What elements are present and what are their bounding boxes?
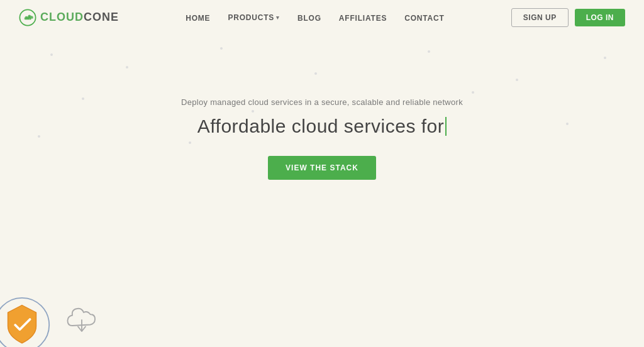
nav-link-affiliates[interactable]: AFFILIATES [339, 14, 387, 23]
hero-title: Affordable cloud services for [197, 116, 447, 137]
nav-link-products[interactable]: PRODUCTS ▾ [228, 13, 280, 22]
logo-icon [19, 9, 36, 26]
nav-item-home[interactable]: HOME [186, 12, 210, 23]
signup-button[interactable]: SIGN UP [511, 8, 569, 27]
logo-text: CLOUDCONE [40, 11, 119, 24]
nav-link-blog[interactable]: BLOG [297, 14, 321, 23]
navbar: CLOUDCONE HOME PRODUCTS ▾ BLOG AFFILIATE… [0, 0, 644, 35]
cloud-download-icon [63, 303, 101, 341]
text-cursor [445, 117, 447, 136]
logo[interactable]: CLOUDCONE [19, 9, 119, 26]
nav-links: HOME PRODUCTS ▾ BLOG AFFILIATES CONTACT [186, 12, 444, 23]
nav-item-contact[interactable]: CONTACT [404, 12, 444, 23]
shield-icon [0, 297, 50, 347]
hero-subtitle: Deploy managed cloud services in a secur… [181, 97, 463, 107]
nav-buttons: SIGN UP LOG IN [511, 8, 625, 27]
nav-item-affiliates[interactable]: AFFILIATES [339, 12, 387, 23]
bottom-decorative-icons [0, 272, 644, 347]
nav-link-contact[interactable]: CONTACT [404, 14, 444, 23]
view-stack-button[interactable]: VIEW THE STACK [268, 156, 376, 180]
nav-item-products[interactable]: PRODUCTS ▾ [228, 13, 280, 22]
login-button[interactable]: LOG IN [575, 9, 625, 26]
nav-link-home[interactable]: HOME [186, 14, 210, 23]
chevron-down-icon: ▾ [276, 14, 280, 21]
svg-point-1 [0, 298, 49, 347]
nav-item-blog[interactable]: BLOG [297, 12, 321, 23]
hero-section: Deploy managed cloud services in a secur… [0, 35, 644, 180]
